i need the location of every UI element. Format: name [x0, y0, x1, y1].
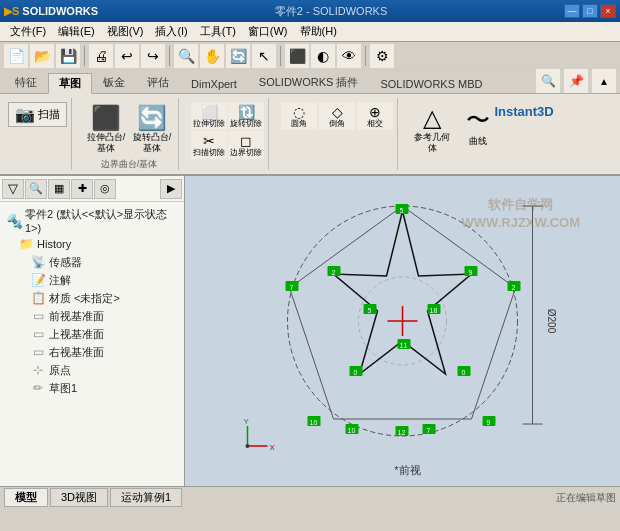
- curve-icon: 〜: [466, 104, 490, 136]
- ribbon-group-ref: △ 参考几何体 〜 曲线 Instant3D: [406, 98, 550, 170]
- minimize-button[interactable]: —: [564, 4, 580, 18]
- boundary-cut-button[interactable]: ◻ 边界切除: [228, 131, 264, 159]
- constraint-cb-label: 11: [400, 342, 408, 349]
- panel-toolbar: ▽ 🔍 ▦ ✚ ◎ ▶: [0, 176, 184, 202]
- expand-panel-button[interactable]: ▶: [160, 179, 182, 199]
- tab-3dview[interactable]: 3D视图: [50, 488, 108, 507]
- fillet-buttons: ◌ 圆角 ◇ 倒角 ⊕ 相交: [281, 102, 393, 130]
- app-logo: ▶S SOLIDWORKS: [4, 5, 98, 18]
- fillet-button[interactable]: ◌ 圆角: [281, 102, 317, 130]
- search-panel-button[interactable]: 🔍: [25, 179, 47, 199]
- menu-edit[interactable]: 编辑(E): [52, 24, 101, 39]
- tab-motion1[interactable]: 运动算例1: [110, 488, 182, 507]
- open-button[interactable]: 📂: [30, 44, 54, 68]
- main-area: ▽ 🔍 ▦ ✚ ◎ ▶ 🔩 零件2 (默认<<默认>显示状态 1>) 📁 His…: [0, 176, 620, 486]
- view-orient-button[interactable]: ⬛: [285, 44, 309, 68]
- front-plane-label: 前视基准面: [49, 309, 104, 324]
- extrude-cut-icon: ⬜: [201, 104, 218, 120]
- tab-dimxpert[interactable]: DimXpert: [180, 75, 248, 93]
- grid-view-button[interactable]: ▦: [48, 179, 70, 199]
- tab-features[interactable]: 特征: [4, 72, 48, 93]
- save-button[interactable]: 💾: [56, 44, 80, 68]
- tree-annotations-item[interactable]: 📝 注解: [4, 271, 180, 289]
- zoom-button[interactable]: 🔍: [174, 44, 198, 68]
- pan-button[interactable]: ✋: [200, 44, 224, 68]
- select-button[interactable]: ↖: [252, 44, 276, 68]
- material-label: 材质 <未指定>: [49, 291, 120, 306]
- constraint-lli-label: 0: [354, 369, 358, 376]
- extrude-cut-button[interactable]: ⬜ 拉伸切除: [191, 102, 227, 130]
- menu-view[interactable]: 视图(V): [101, 24, 150, 39]
- boss-buttons: ⬛ 拉伸凸台/基体 🔄 旋转凸台/基体: [84, 102, 174, 156]
- instant3d-icon: Instant3D: [494, 104, 553, 119]
- part-icon: 🔩: [6, 213, 22, 229]
- app-name: SOLIDWORKS: [22, 5, 98, 17]
- search-commands-button[interactable]: 🔍: [536, 69, 560, 93]
- tree-sketch1-item[interactable]: ✏ 草图1: [4, 379, 180, 397]
- title-bar: ▶S SOLIDWORKS 零件2 - SOLIDWORKS — □ ×: [0, 0, 620, 22]
- collapse-ribbon-button[interactable]: ▲: [592, 69, 616, 93]
- intersect-button[interactable]: ⊕ 相交: [357, 102, 393, 130]
- ref-geometry-icon: △: [423, 104, 441, 132]
- rotate-button[interactable]: 🔄: [226, 44, 250, 68]
- undo-button[interactable]: ↩: [115, 44, 139, 68]
- target-button[interactable]: ◎: [94, 179, 116, 199]
- maximize-button[interactable]: □: [582, 4, 598, 18]
- intersect-icon: ⊕: [369, 104, 381, 120]
- revolve-boss-button[interactable]: 🔄 旋转凸台/基体: [130, 102, 174, 156]
- tab-evaluate[interactable]: 评估: [136, 72, 180, 93]
- constraint-cr-label: 18: [430, 307, 438, 314]
- sensor-label: 传感器: [49, 255, 82, 270]
- separator-4: [365, 46, 366, 66]
- toolbar-row1: 📄 📂 💾 🖨 ↩ ↪ 🔍 ✋ 🔄 ↖ ⬛ ◐ 👁 ⚙: [0, 42, 620, 70]
- tab-sw-plugins[interactable]: SOLIDWORKS 插件: [248, 72, 370, 93]
- scan-button[interactable]: 📷 扫描: [8, 102, 67, 127]
- history-label: History: [37, 238, 71, 250]
- add-panel-button[interactable]: ✚: [71, 179, 93, 199]
- menu-insert[interactable]: 插入(I): [149, 24, 193, 39]
- tree-front-plane-item[interactable]: ▭ 前视基准面: [4, 307, 180, 325]
- tree-origin-item[interactable]: ⊹ 原点: [4, 361, 180, 379]
- ref-buttons: △ 参考几何体 〜 曲线 Instant3D: [410, 102, 546, 156]
- display-button[interactable]: ◐: [311, 44, 335, 68]
- pin-ribbon-button[interactable]: 📌: [564, 69, 588, 93]
- print-button[interactable]: 🖨: [89, 44, 113, 68]
- options-button[interactable]: ⚙: [370, 44, 394, 68]
- menu-window[interactable]: 窗口(W): [242, 24, 294, 39]
- ref-geometry-button[interactable]: △ 参考几何体: [410, 102, 454, 156]
- menu-tools[interactable]: 工具(T): [194, 24, 242, 39]
- curve-button[interactable]: 〜 曲线: [456, 102, 500, 156]
- new-button[interactable]: 📄: [4, 44, 28, 68]
- menu-file[interactable]: 文件(F): [4, 24, 52, 39]
- chamfer-button[interactable]: ◇ 倒角: [319, 102, 355, 130]
- origin-icon: ⊹: [30, 362, 46, 378]
- sweep-cut-label: 扫描切除: [193, 149, 225, 157]
- watermark-line2: WWW.RJZXW.COM: [462, 214, 580, 232]
- sensor-icon: 📡: [30, 254, 46, 270]
- tree-history-item[interactable]: 📁 History: [4, 235, 180, 253]
- tree-root-item[interactable]: 🔩 零件2 (默认<<默认>显示状态 1>): [4, 206, 180, 235]
- tree-right-plane-item[interactable]: ▭ 右视基准面: [4, 343, 180, 361]
- hide-button[interactable]: 👁: [337, 44, 361, 68]
- tab-sketch[interactable]: 草图: [48, 73, 92, 94]
- constraint-l-label: 7: [290, 284, 294, 291]
- redo-button[interactable]: ↪: [141, 44, 165, 68]
- tree-material-item[interactable]: 📋 材质 <未指定>: [4, 289, 180, 307]
- instant3d-button[interactable]: Instant3D: [502, 102, 546, 156]
- part-title: 零件2 (默认<<默认>显示状态 1>): [25, 207, 178, 234]
- revolve-cut-button[interactable]: 🔃 旋转切除: [228, 102, 264, 130]
- filter-button[interactable]: ▽: [2, 179, 24, 199]
- sketch-label: 草图1: [49, 381, 77, 396]
- menu-help[interactable]: 帮助(H): [294, 24, 343, 39]
- close-button[interactable]: ×: [600, 4, 616, 18]
- tab-model[interactable]: 模型: [4, 488, 48, 507]
- sweep-cut-button[interactable]: ✂ 扫描切除: [191, 131, 227, 159]
- tree-top-plane-item[interactable]: ▭ 上视基准面: [4, 325, 180, 343]
- star-shape: [334, 211, 472, 374]
- tab-sw-mbd[interactable]: SOLIDWORKS MBD: [369, 75, 493, 93]
- fillet-icon: ◌: [293, 104, 305, 120]
- constraint-bc-label: 12: [398, 429, 406, 436]
- tab-sheet-metal[interactable]: 钣金: [92, 72, 136, 93]
- tree-sensors-item[interactable]: 📡 传感器: [4, 253, 180, 271]
- extrude-boss-button[interactable]: ⬛ 拉伸凸台/基体: [84, 102, 128, 156]
